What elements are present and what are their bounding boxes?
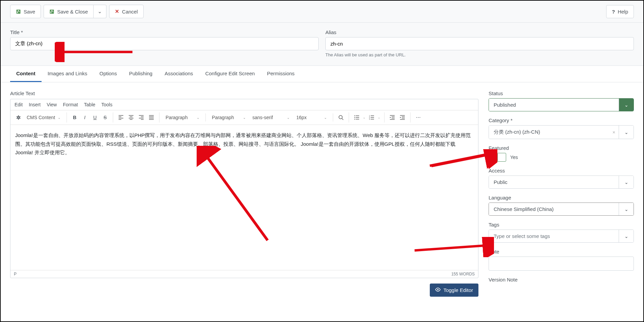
menu-tools[interactable]: Tools	[101, 102, 113, 107]
version-note-field: Version Note	[489, 277, 634, 283]
clear-icon[interactable]: ×	[613, 130, 615, 135]
editor-content[interactable]: Joomla!是一套自由、开放原始码的内容管理系统，以PHP撰写，用于发布内容在…	[10, 125, 478, 270]
more-button[interactable]: ⋯	[413, 112, 423, 123]
chevron-down-icon: ⌄	[619, 126, 634, 139]
form-header: Title * Alias The Alias will be used as …	[1, 23, 643, 66]
menu-edit[interactable]: Edit	[15, 102, 23, 107]
chevron-down-icon: ⌄	[619, 230, 634, 242]
align-justify-button[interactable]	[146, 112, 156, 123]
featured-toggle[interactable]	[489, 153, 506, 162]
menu-format[interactable]: Format	[63, 102, 78, 107]
toolbar-left: 🖫 Save 🖫 Save & Close ⌄ ✕ Cancel	[10, 5, 144, 18]
strikethrough-button[interactable]: S	[100, 112, 110, 123]
title-input[interactable]	[10, 37, 319, 50]
alias-label: Alias	[325, 29, 634, 35]
tab-images-links[interactable]: Images and Links	[42, 66, 94, 82]
indent-button[interactable]	[397, 112, 407, 123]
category-value: 分类 (zh-cn) (zh-CN) ×	[489, 126, 619, 139]
chevron-down-icon: ⌄	[324, 116, 327, 119]
number-list-dropdown[interactable]: ⌄	[377, 112, 381, 123]
tags-label: Tags	[489, 222, 634, 227]
font-size-select[interactable]: 16px⌄	[293, 113, 330, 122]
element-path[interactable]: P	[14, 272, 17, 276]
tab-options[interactable]: Options	[93, 66, 123, 82]
featured-field: Featured Yes	[489, 145, 634, 162]
chevron-down-icon: ⌄	[243, 116, 246, 119]
tab-configure-edit[interactable]: Configure Edit Screen	[199, 66, 261, 82]
save-button[interactable]: 🖫 Save	[10, 5, 41, 18]
search-replace-button[interactable]	[336, 112, 346, 123]
alias-input[interactable]	[325, 37, 634, 50]
featured-value: Yes	[510, 155, 518, 160]
align-center-button[interactable]	[126, 112, 136, 123]
menu-table[interactable]: Table	[84, 102, 95, 107]
save-close-group: 🖫 Save & Close ⌄	[44, 5, 106, 18]
cms-content-dropdown[interactable]: CMS Content⌄	[23, 113, 64, 122]
tab-bar: Content Images and Links Options Publish…	[1, 66, 643, 82]
italic-button[interactable]: I	[80, 112, 90, 123]
editor-toolbar: ✲ CMS Content⌄ B I U S	[10, 110, 478, 125]
save-icon: 🖫	[16, 9, 21, 15]
tab-publishing[interactable]: Publishing	[123, 66, 158, 82]
save-label: Save	[24, 9, 35, 15]
save-close-dropdown[interactable]: ⌄	[94, 5, 106, 18]
align-left-button[interactable]	[116, 112, 126, 123]
editor-menubar: Edit Insert View Format Table Tools	[10, 99, 478, 110]
tags-field: Tags Type or select some tags ⌄	[489, 222, 634, 243]
bullet-list-button[interactable]	[352, 112, 362, 123]
access-select[interactable]: Public ⌄	[489, 176, 634, 189]
access-value: Public	[489, 176, 619, 188]
tags-placeholder: Type or select some tags	[489, 230, 619, 242]
status-field: Status Published ⌄	[489, 90, 634, 111]
menu-insert[interactable]: Insert	[29, 102, 41, 107]
chevron-down-icon: ⌄	[287, 116, 290, 119]
font-family-select[interactable]: sans-serif⌄	[249, 113, 293, 122]
cancel-label: Cancel	[122, 9, 138, 15]
featured-label: Featured	[489, 145, 634, 151]
article-text-label: Article Text	[10, 90, 478, 96]
svg-point-3	[354, 119, 355, 119]
menu-view[interactable]: View	[47, 102, 57, 107]
title-field-group: Title *	[10, 29, 319, 57]
tags-select[interactable]: Type or select some tags ⌄	[489, 230, 634, 243]
outdent-button[interactable]	[387, 112, 397, 123]
note-input[interactable]	[489, 257, 634, 271]
eye-icon	[435, 287, 441, 293]
joomla-icon[interactable]: ✲	[13, 112, 23, 123]
style-select[interactable]: Paragraph⌄	[208, 113, 249, 122]
underline-button[interactable]: U	[90, 112, 100, 123]
save-close-button[interactable]: 🖫 Save & Close	[44, 5, 94, 18]
status-label: Status	[489, 90, 634, 96]
chevron-down-icon: ⌄	[619, 99, 634, 111]
toggle-editor-button[interactable]: Toggle Editor	[430, 284, 478, 297]
tab-content[interactable]: Content	[10, 66, 42, 82]
chevron-down-icon: ⌄	[619, 176, 634, 188]
chevron-down-icon: ⌄	[98, 8, 102, 15]
category-field: Category * 分类 (zh-cn) (zh-CN) × ⌄	[489, 117, 634, 139]
bold-button[interactable]: B	[70, 112, 80, 123]
editor-box: Edit Insert View Format Table Tools ✲ CM…	[10, 99, 478, 278]
language-label: Language	[489, 195, 634, 200]
tab-permissions[interactable]: Permissions	[261, 66, 301, 82]
help-button[interactable]: ? Help	[606, 5, 634, 18]
number-list-button[interactable]: 123	[367, 112, 377, 123]
version-note-label: Version Note	[489, 277, 634, 283]
tab-associations[interactable]: Associations	[158, 66, 199, 82]
category-select[interactable]: 分类 (zh-cn) (zh-CN) × ⌄	[489, 125, 634, 139]
block-format-select[interactable]: Paragraph⌄	[162, 113, 203, 122]
status-value: Published	[489, 99, 619, 111]
align-right-button[interactable]	[136, 112, 146, 123]
access-label: Access	[489, 168, 634, 173]
svg-point-0	[339, 115, 342, 119]
action-toolbar: 🖫 Save 🖫 Save & Close ⌄ ✕ Cancel ? Help	[1, 1, 643, 23]
save-icon: 🖫	[49, 9, 54, 15]
language-field: Language Chinese Simplified (China) ⌄	[489, 195, 634, 216]
close-icon: ✕	[115, 8, 119, 15]
alias-field-group: Alias The Alias will be used as part of …	[325, 29, 634, 57]
editor-column: Article Text Edit Insert View Format Tab…	[10, 90, 478, 297]
cancel-button[interactable]: ✕ Cancel	[109, 5, 144, 18]
bullet-list-dropdown[interactable]: ⌄	[362, 112, 367, 123]
language-select[interactable]: Chinese Simplified (China) ⌄	[489, 203, 634, 216]
save-close-label: Save & Close	[57, 9, 88, 15]
status-select[interactable]: Published ⌄	[489, 98, 634, 111]
